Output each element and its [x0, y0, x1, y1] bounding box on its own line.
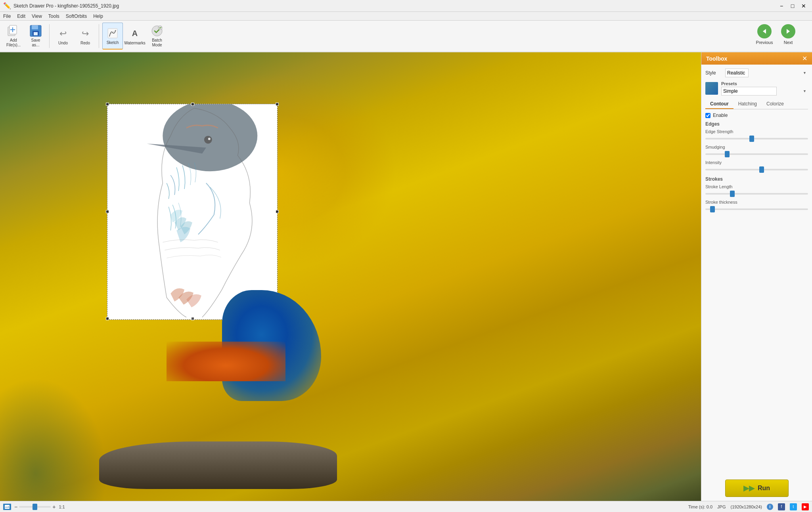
menu-view[interactable]: View	[29, 13, 45, 20]
style-select-wrapper: Realistic Artistic Pencil Charcoal	[725, 69, 808, 77]
svg-marker-12	[787, 29, 790, 34]
presets-title: Presets	[721, 81, 808, 86]
sketch-label: Sketch	[107, 40, 119, 45]
smudging-row: Smudging	[705, 145, 808, 156]
previous-button[interactable]: Previous	[753, 23, 776, 50]
redo-button[interactable]: ↪ Redo	[75, 23, 96, 50]
batch-mode-icon	[151, 25, 163, 37]
redo-label: Redo	[80, 41, 90, 45]
stroke-thickness-label: Stroke thickness	[705, 200, 808, 204]
window-title: Sketch Drawer Pro - kingfisher-1905255_1…	[13, 3, 776, 9]
title-bar: ✏️ Sketch Drawer Pro - kingfisher-190525…	[0, 0, 812, 12]
handle-mr[interactable]	[276, 210, 279, 213]
tab-contour[interactable]: Contour	[705, 99, 733, 109]
handle-bl[interactable]	[106, 317, 109, 320]
tab-colorize[interactable]: Colorize	[762, 99, 789, 109]
presets-col: Presets Simple Detailed Rough Fine	[721, 81, 808, 96]
time-label: Time (s): 0.0	[688, 504, 712, 509]
minimize-button[interactable]: −	[776, 2, 787, 10]
canvas-area[interactable]	[0, 52, 701, 501]
save-as-button[interactable]: Saveas...	[25, 23, 46, 50]
close-button[interactable]: ✕	[799, 2, 809, 10]
info-badge[interactable]: i	[767, 504, 773, 510]
edges-header: Edges	[705, 121, 808, 127]
smudging-slider[interactable]	[705, 153, 808, 155]
toolbox-close-button[interactable]: ✕	[802, 55, 807, 62]
enable-checkbox[interactable]	[705, 113, 710, 118]
intensity-slider[interactable]	[705, 169, 808, 170]
sketch-icon	[106, 27, 119, 40]
svg-rect-3	[12, 27, 13, 32]
next-label: Next	[784, 40, 793, 45]
maximize-button[interactable]: □	[787, 2, 798, 10]
stroke-length-slider[interactable]	[705, 193, 808, 195]
handle-tc[interactable]	[191, 103, 194, 106]
save-as-label: Saveas...	[31, 38, 40, 48]
tabs-row: Contour Hatching Colorize	[705, 99, 808, 109]
enable-row: Enable	[705, 113, 808, 118]
enable-label[interactable]: Enable	[713, 113, 728, 118]
run-icon: ▶▶	[743, 484, 755, 493]
zoom-level: 1:1	[59, 504, 65, 509]
window-controls: − □ ✕	[776, 2, 809, 10]
previous-icon	[757, 24, 772, 38]
run-button-area: ▶▶ Run	[701, 473, 812, 501]
watermarks-label: Watermarks	[124, 41, 146, 45]
smudging-label: Smudging	[705, 145, 808, 149]
menu-softorbits[interactable]: SoftOrbits	[63, 13, 90, 20]
toolbar: AddFile(s)... Saveas... ↩ Undo ↪ Redo	[0, 21, 812, 52]
intensity-label: Intensity	[705, 160, 808, 165]
watermarks-button[interactable]: A Watermarks	[124, 23, 145, 50]
handle-tl[interactable]	[106, 103, 109, 106]
image-thumb-icon	[3, 504, 11, 510]
run-button[interactable]: ▶▶ Run	[725, 480, 789, 497]
app-icon: ✏️	[3, 2, 11, 10]
stroke-length-label: Stroke Length	[705, 184, 808, 189]
next-button[interactable]: Next	[777, 23, 799, 50]
add-files-label: AddFile(s)...	[6, 38, 21, 48]
intensity-row: Intensity	[705, 160, 808, 172]
sketch-button[interactable]: Sketch	[102, 23, 123, 50]
handle-bc[interactable]	[191, 317, 194, 320]
youtube-icon[interactable]: ▶	[802, 503, 809, 510]
add-files-button[interactable]: AddFile(s)...	[3, 23, 24, 50]
rock-perch	[99, 441, 337, 489]
format-label: JPG	[717, 504, 726, 509]
batch-mode-button[interactable]: BatchMode	[147, 23, 167, 50]
stroke-thickness-row: Stroke thickness	[705, 200, 808, 211]
undo-button[interactable]: ↩ Undo	[53, 23, 73, 50]
status-bar: − + 1:1 Time (s): 0.0 JPG (1920x1280x24)…	[0, 501, 812, 512]
toolbar-separator-2	[99, 24, 99, 48]
zoom-slider[interactable]	[19, 506, 51, 508]
menu-tools[interactable]: Tools	[45, 13, 63, 20]
style-select[interactable]: Realistic Artistic Pencil Charcoal	[725, 69, 749, 77]
menu-edit[interactable]: Edit	[14, 13, 29, 20]
menu-file[interactable]: File	[0, 13, 14, 20]
svg-rect-8	[108, 29, 117, 38]
handle-ml[interactable]	[106, 210, 109, 213]
run-label: Run	[758, 485, 770, 492]
orange-feet	[167, 342, 285, 381]
svg-point-14	[204, 136, 212, 144]
stroke-length-row: Stroke Length	[705, 184, 808, 196]
save-as-icon	[29, 25, 42, 37]
zoom-in-icon[interactable]: +	[52, 504, 56, 510]
presets-icon	[705, 82, 718, 95]
handle-tr[interactable]	[276, 103, 279, 106]
facebook-icon[interactable]: f	[778, 503, 785, 510]
menu-bar: File Edit View Tools SoftOrbits Help	[0, 12, 812, 21]
menu-help[interactable]: Help	[90, 13, 106, 20]
presets-select[interactable]: Simple Detailed Rough Fine	[721, 87, 777, 96]
edge-strength-slider[interactable]	[705, 138, 808, 139]
status-left: − + 1:1	[3, 504, 65, 510]
svg-point-15	[208, 138, 211, 140]
zoom-out-icon[interactable]: −	[14, 504, 17, 510]
twitter-icon[interactable]: t	[790, 503, 797, 510]
style-label: Style	[705, 70, 725, 76]
presets-row: Presets Simple Detailed Rough Fine	[705, 81, 808, 96]
sketch-svg	[107, 104, 277, 319]
tab-hatching[interactable]: Hatching	[733, 99, 762, 109]
toolbox-title: Toolbox	[706, 55, 727, 62]
batch-mode-label: BatchMode	[152, 38, 162, 48]
stroke-thickness-slider[interactable]	[705, 208, 808, 210]
